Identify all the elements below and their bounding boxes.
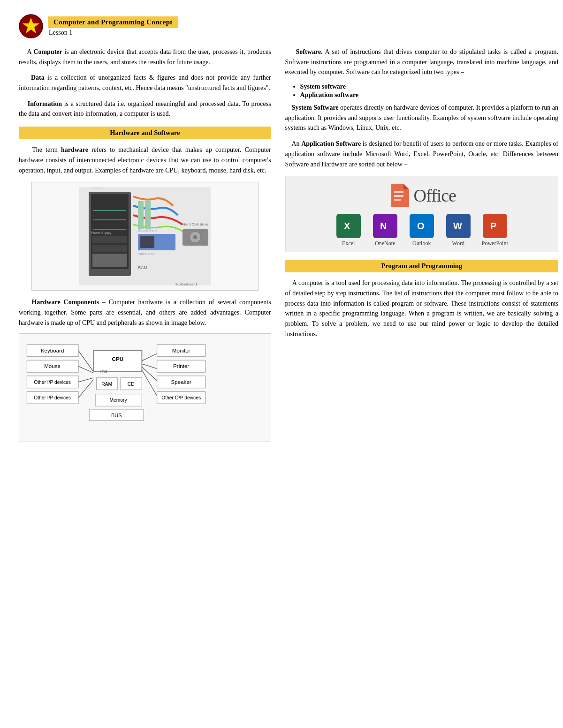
- svg-text:Speaker: Speaker: [171, 379, 191, 385]
- svg-text:CD: CD: [128, 382, 135, 387]
- svg-text:Hard Disk drive: Hard Disk drive: [183, 222, 208, 226]
- header: Computer and Programming Concept Lesson …: [19, 14, 544, 38]
- left-column: A Computer is an electronic device that …: [19, 47, 271, 447]
- header-lesson: Lesson 1: [48, 29, 178, 37]
- hardware-software-heading: Hardware and Software: [19, 127, 271, 139]
- excel-icon: X: [336, 214, 361, 238]
- word-label: Word: [452, 240, 464, 247]
- svg-rect-14: [140, 236, 154, 248]
- header-title: Computer and Programming Concept: [48, 16, 178, 28]
- office-apps-row: X Excel N OneNote O: [290, 214, 553, 247]
- bullet-application-software: Application software: [300, 91, 558, 99]
- svg-text:Sound Card: Sound Card: [138, 228, 157, 233]
- svg-text:Other O/P devices: Other O/P devices: [161, 395, 201, 400]
- svg-rect-8: [92, 236, 127, 243]
- svg-text:Monitor: Monitor: [172, 347, 190, 353]
- svg-text:RAM: RAM: [101, 382, 112, 387]
- svg-line-36: [78, 380, 93, 398]
- right-column: Software. A set of instructions that dri…: [285, 47, 558, 447]
- ppt-app-item: P PowerPoint: [480, 214, 510, 247]
- software-para: Software. A set of instructions that dri…: [285, 47, 558, 77]
- ppt-icon: P: [483, 214, 507, 238]
- svg-rect-61: [394, 195, 403, 197]
- header-text-block: Computer and Programming Concept Lesson …: [48, 16, 178, 37]
- computer-image-box: RAM Hard Disk drive Casing Power Supply …: [31, 182, 259, 291]
- excel-app-item: X Excel: [334, 214, 364, 247]
- program-programming-heading: Program and Programming: [285, 260, 558, 272]
- svg-rect-12: [145, 201, 151, 229]
- svg-text:Printer: Printer: [173, 363, 189, 369]
- svg-line-33: [78, 351, 93, 372]
- onenote-app-item: N OneNote: [370, 214, 400, 247]
- svg-line-48: [142, 353, 157, 360]
- system-software-para: System Software operates directly on har…: [285, 103, 558, 133]
- office-logo: Office: [290, 183, 553, 208]
- word-app-item: W Word: [443, 214, 473, 247]
- svg-text:Other I/P devices: Other I/P devices: [34, 380, 71, 385]
- svg-text:N: N: [380, 221, 387, 231]
- page: Computer and Programming Concept Lesson …: [0, 0, 563, 728]
- svg-text:Keyboard: Keyboard: [41, 347, 64, 353]
- svg-text:The: The: [99, 369, 107, 374]
- svg-line-49: [142, 364, 157, 368]
- software-types-list: System software Application software: [285, 83, 558, 99]
- hardware-components-para: Hardware Components – Computer hardware …: [19, 297, 271, 328]
- onenote-icon: N: [373, 214, 397, 238]
- application-software-para: An Application Software is designed for …: [285, 139, 558, 169]
- onenote-label: OneNote: [375, 240, 395, 247]
- svg-rect-9: [92, 245, 127, 252]
- svg-text:Video Card: Video Card: [138, 252, 155, 256]
- svg-text:Other I/P devices: Other I/P devices: [34, 395, 71, 400]
- information-para: Information is a structured data i.e. or…: [19, 99, 271, 119]
- outlook-app-item: O Outlook: [407, 214, 437, 247]
- svg-text:P: P: [490, 221, 496, 231]
- svg-text:Motherboard: Motherboard: [175, 282, 197, 286]
- word-icon: W: [446, 214, 471, 238]
- star-logo: [19, 14, 43, 38]
- svg-rect-11: [138, 201, 144, 229]
- svg-rect-60: [394, 191, 403, 193]
- hardware-para: The term hardware refers to mechanical d…: [19, 145, 271, 175]
- svg-text:Mouse: Mouse: [44, 363, 61, 369]
- svg-rect-10: [92, 254, 127, 267]
- svg-point-17: [193, 235, 197, 239]
- svg-text:Power Supply: Power Supply: [91, 231, 112, 235]
- svg-text:BUS: BUS: [111, 413, 122, 418]
- data-para: Data is a collection of unorganized fact…: [19, 73, 271, 93]
- office-bracket-icon: [388, 183, 410, 208]
- svg-text:Memory: Memory: [109, 398, 127, 403]
- outlook-label: Outlook: [412, 240, 431, 247]
- svg-text:RAM: RAM: [138, 265, 147, 270]
- svg-text:X: X: [344, 221, 350, 231]
- outlook-icon: O: [410, 214, 434, 238]
- pc-block-diagram: Keyboard Mouse Other I/P devices Other I…: [24, 338, 266, 435]
- office-panel: Office X Excel N OneNo: [285, 176, 558, 252]
- office-text: Office: [414, 185, 456, 206]
- svg-line-35: [78, 378, 93, 382]
- svg-text:CPU: CPU: [112, 356, 123, 362]
- computer-para: A Computer is an electronic device that …: [19, 47, 271, 67]
- svg-text:O: O: [417, 221, 425, 231]
- pc-diagram-box: Keyboard Mouse Other I/P devices Other I…: [19, 333, 271, 442]
- svg-rect-62: [394, 199, 401, 201]
- two-col-layout: A Computer is an electronic device that …: [19, 47, 544, 447]
- program-para: A computer is a tool used for processing…: [285, 278, 558, 339]
- excel-label: Excel: [342, 240, 355, 247]
- computer-components-image: RAM Hard Disk drive Casing Power Supply …: [75, 182, 215, 290]
- svg-line-34: [78, 367, 93, 373]
- bullet-system-software: System software: [300, 83, 558, 90]
- svg-text:Casing: Casing: [91, 186, 103, 190]
- ppt-label: PowerPoint: [482, 240, 508, 247]
- svg-text:W: W: [453, 221, 462, 231]
